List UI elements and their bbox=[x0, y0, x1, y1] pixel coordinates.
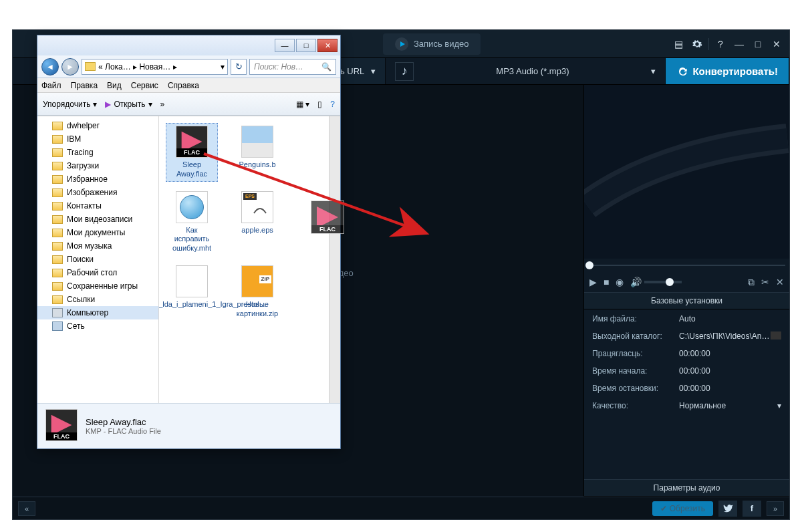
right-panel: ▶ ■ ◉ 🔊 ⧉ ✂ ✕ Базовые установки Имя файл… bbox=[583, 85, 789, 497]
minimize-button[interactable]: — bbox=[732, 38, 747, 50]
link-icon[interactable]: ⧉ bbox=[748, 277, 755, 288]
explorer-help-button[interactable]: ? bbox=[330, 100, 335, 109]
open-menu[interactable]: ▶Открыть ▾ bbox=[105, 100, 152, 109]
file-item[interactable]: EPSapple.eps bbox=[231, 188, 283, 256]
audio-settings-title[interactable]: Параметры аудио bbox=[584, 479, 789, 497]
tree-item[interactable]: Избранное bbox=[37, 172, 158, 186]
tree-item[interactable]: Поиски bbox=[37, 253, 158, 266]
menu-help[interactable]: Справка bbox=[168, 81, 199, 90]
folder-icon bbox=[52, 269, 63, 277]
player-controls: ▶ ■ ◉ 🔊 ⧉ ✂ ✕ bbox=[584, 272, 789, 292]
tree-item[interactable]: Tracing bbox=[37, 146, 158, 159]
refresh-icon bbox=[676, 65, 688, 78]
tree-item[interactable]: Рабочий стол bbox=[37, 266, 158, 279]
image-icon bbox=[241, 126, 273, 158]
tree-item[interactable]: Загрузки bbox=[37, 159, 158, 172]
setting-row: Качество:Нормальное ▾ bbox=[585, 398, 788, 414]
refresh-button[interactable]: ↻ bbox=[231, 59, 247, 75]
output-format-selector[interactable]: ♪ MP3 Audio (*.mp3) ▾ bbox=[386, 58, 666, 84]
explorer-close-button[interactable]: ✕ bbox=[317, 39, 338, 52]
scrollbar[interactable] bbox=[329, 116, 340, 403]
explorer-menu-bar: Файл Правка Вид Сервис Справка bbox=[37, 78, 340, 93]
seek-bar[interactable] bbox=[584, 259, 789, 272]
settings-button[interactable] bbox=[690, 38, 704, 50]
folder-tree[interactable]: dwhelperIBMTracingЗагрузкиИзбранноеИзобр… bbox=[37, 116, 159, 403]
nav-forward-button[interactable]: ► bbox=[61, 58, 79, 76]
details-text: Sleep Away.flac KMP - FLAC Audio File bbox=[86, 417, 161, 435]
organize-menu[interactable]: Упорядочить ▾ bbox=[43, 100, 97, 109]
play-icon bbox=[395, 37, 408, 51]
volume-control[interactable]: 🔊 bbox=[630, 277, 682, 287]
snapshot-button[interactable]: ◉ bbox=[616, 277, 624, 287]
crop-icon[interactable]: ✕ bbox=[776, 277, 784, 287]
file-item[interactable]: Как исправить ошибку.mht bbox=[166, 188, 218, 256]
tree-item[interactable]: Ссылки bbox=[37, 293, 158, 306]
menu-file[interactable]: Файл bbox=[41, 81, 61, 90]
explorer-minimize-button[interactable]: — bbox=[275, 39, 295, 52]
apply-trim-button[interactable]: ✔ Обрезить bbox=[652, 501, 713, 516]
folder-icon bbox=[85, 62, 96, 71]
address-bar[interactable]: « Лока… ▸ Новая… ▸ ▾ bbox=[82, 59, 228, 75]
menu-view[interactable]: Вид bbox=[107, 81, 122, 90]
folder-icon bbox=[52, 215, 63, 224]
collapse-left-button[interactable]: « bbox=[18, 501, 35, 516]
tree-item[interactable]: Изображения bbox=[37, 186, 158, 199]
volume-icon: 🔊 bbox=[630, 277, 642, 287]
setting-row: Имя файла:Auto bbox=[585, 311, 788, 327]
toolbar-more[interactable]: » bbox=[160, 100, 165, 109]
close-button[interactable]: ✕ bbox=[769, 38, 784, 50]
seek-thumb[interactable] bbox=[585, 261, 593, 269]
tree-item[interactable]: Компьютер bbox=[37, 306, 158, 319]
file-item[interactable]: Penguins.b bbox=[231, 123, 283, 182]
nav-back-button[interactable]: ◄ bbox=[41, 58, 59, 76]
view-options-button[interactable]: ▦ ▾ bbox=[296, 100, 309, 109]
tree-item[interactable]: Моя музыка bbox=[37, 239, 158, 253]
collapse-right-button[interactable]: » bbox=[767, 501, 784, 516]
preview-pane-button[interactable]: ▯ bbox=[317, 100, 322, 109]
folder-icon bbox=[52, 135, 63, 144]
facebook-button[interactable]: f bbox=[743, 501, 761, 517]
convert-button[interactable]: Конвертировать! bbox=[666, 58, 789, 84]
file-item[interactable]: Martin_Pesn_lda_i_plameni_1_Igra_prestol… bbox=[166, 263, 218, 321]
tree-item[interactable]: IBM bbox=[37, 132, 158, 146]
chevron-down-icon: ▾ bbox=[371, 66, 376, 76]
gear-icon bbox=[692, 39, 702, 49]
file-explorer-window: — □ ✕ ◄ ► « Лока… ▸ Новая… ▸ ▾ ↻ Поиск: … bbox=[37, 35, 341, 449]
folder-icon bbox=[52, 282, 63, 291]
setting-row: Время начала:00:00:00 bbox=[585, 363, 788, 379]
chevron-down-icon[interactable]: ▾ bbox=[221, 62, 225, 72]
setting-row: Время остановки:00:00:00 bbox=[585, 380, 788, 396]
flac-icon: FLAC bbox=[176, 126, 208, 158]
folder-icon bbox=[52, 162, 63, 170]
file-list[interactable]: FLACSleep Away.flacPenguins.bКак исправи… bbox=[159, 116, 340, 403]
twitter-button[interactable] bbox=[718, 501, 737, 517]
file-item[interactable]: ZIPНовые картинки.zip bbox=[231, 263, 283, 321]
maximize-button[interactable]: □ bbox=[751, 38, 765, 50]
tree-item[interactable]: Сеть bbox=[37, 319, 158, 333]
help-button[interactable]: ? bbox=[713, 38, 728, 50]
tree-item[interactable]: Контакты bbox=[37, 199, 158, 213]
play-button[interactable]: ▶ bbox=[589, 277, 597, 287]
tree-item[interactable]: Мои документы bbox=[37, 226, 158, 239]
twitter-icon bbox=[722, 504, 733, 513]
search-input[interactable]: Поиск: Нов… 🔍 bbox=[249, 59, 336, 75]
tree-item[interactable]: dwhelper bbox=[37, 119, 158, 132]
volume-thumb[interactable] bbox=[666, 278, 674, 286]
tab-record-video[interactable]: Запись видео bbox=[383, 33, 481, 55]
menu-tools[interactable]: Сервис bbox=[131, 81, 158, 90]
stop-button[interactable]: ■ bbox=[604, 277, 609, 287]
tab-label: Запись видео bbox=[414, 39, 469, 49]
explorer-maximize-button[interactable]: □ bbox=[296, 39, 316, 52]
menu-edit[interactable]: Правка bbox=[71, 81, 98, 90]
computer-icon bbox=[52, 308, 63, 317]
list-icon[interactable]: ▤ bbox=[671, 38, 686, 50]
explorer-toolbar: Упорядочить ▾ ▶Открыть ▾ » ▦ ▾ ▯ ? bbox=[37, 93, 340, 116]
tree-item[interactable]: Мои видеозаписи bbox=[37, 213, 158, 226]
explorer-titlebar[interactable]: — □ ✕ bbox=[37, 35, 340, 55]
file-item[interactable]: FLACSleep Away.flac bbox=[166, 123, 218, 182]
tree-item[interactable]: Сохраненные игры bbox=[37, 279, 158, 293]
folder-icon bbox=[52, 122, 63, 130]
cut-icon[interactable]: ✂ bbox=[761, 277, 769, 287]
app-footer: « ✔ Обрезить f » bbox=[13, 497, 789, 519]
browse-button[interactable] bbox=[771, 331, 781, 340]
